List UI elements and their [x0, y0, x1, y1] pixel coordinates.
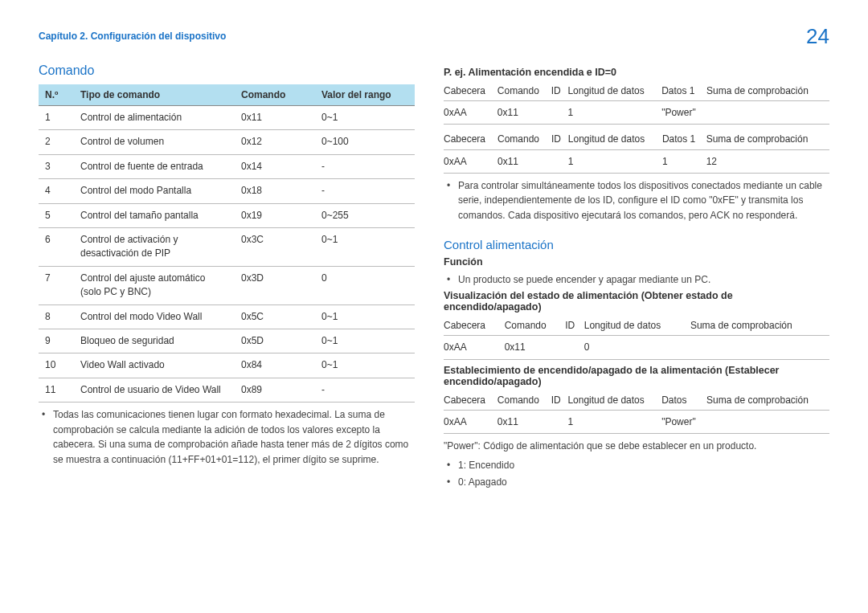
cell-n: 4 — [39, 179, 74, 203]
chapter-label: Capítulo 2. Configuración del dispositiv… — [39, 24, 226, 42]
cell-comando: 0x11 — [497, 410, 551, 433]
cell-id — [551, 410, 568, 433]
example-note: Para controlar simultáneamente todos los… — [447, 178, 829, 223]
cell-tipo: Control de volumen — [74, 130, 235, 154]
power-code-note: "Power": Código de alimentación que se d… — [444, 439, 829, 454]
command-table: N.º Tipo de comando Comando Valor del ra… — [39, 84, 415, 403]
cell-tipo: Control del ajuste automático (solo PC y… — [74, 266, 235, 304]
th-cabecera: Cabecera — [444, 129, 497, 149]
cell-valor: - — [315, 378, 415, 402]
th-datos1: Datos 1 — [661, 81, 706, 101]
page-number: 24 — [806, 24, 829, 49]
cell-n: 6 — [39, 227, 74, 266]
cell-valor: 0~255 — [315, 203, 415, 227]
cell-datos1: 1 — [662, 149, 706, 173]
table-row: 9Bloqueo de seguridad0x5D0~1 — [39, 329, 415, 353]
param-header-row: Cabecera Comando ID Longitud de datos Da… — [444, 129, 829, 149]
function-subtitle: Función — [444, 256, 829, 268]
table-row: 1Control de alimentación0x110~1 — [39, 106, 415, 130]
set-state-table: Cabecera Comando ID Longitud de datos Da… — [444, 390, 829, 434]
content-columns: Comando N.º Tipo de comando Comando Valo… — [39, 63, 829, 492]
cell-n: 11 — [39, 378, 74, 402]
cell-comando: 0x3C — [235, 227, 315, 266]
cell-n: 10 — [39, 353, 74, 378]
power-value-on: 1: Encendido — [447, 458, 829, 473]
cell-comando: 0x11 — [497, 149, 551, 173]
param-row: 0xAA 0x11 1 "Power" — [444, 101, 829, 125]
function-bullet-list: Un producto se puede encender y apagar m… — [444, 272, 829, 288]
cell-valor: - — [315, 179, 415, 203]
cell-valor: - — [315, 154, 415, 178]
param-header-row: Cabecera Comando ID Longitud de datos Da… — [444, 81, 829, 101]
example-note-list: Para controlar simultáneamente todos los… — [444, 178, 829, 223]
cell-comando: 0x5D — [235, 329, 315, 353]
table-row: 8Control del modo Video Wall0x5C0~1 — [39, 304, 415, 329]
cell-valor: 0~1 — [315, 304, 415, 329]
th-comando: Comando — [505, 316, 566, 336]
view-state-title: Visualización del estado de alimentación… — [444, 290, 829, 313]
table-row: 6Control de activación y desactivación d… — [39, 227, 415, 266]
cell-longitud: 0 — [584, 336, 690, 359]
th-valor: Valor del rango — [315, 84, 415, 106]
th-longitud: Longitud de datos — [567, 81, 661, 101]
th-comando: Comando — [497, 81, 551, 101]
cell-comando: 0x11 — [235, 106, 315, 130]
left-note: Todas las comunicaciones tienen lugar co… — [42, 407, 415, 467]
th-cabecera: Cabecera — [444, 390, 497, 411]
table-row: 3Control de fuente de entrada0x14- — [39, 154, 415, 178]
cell-n: 2 — [39, 130, 74, 154]
cell-n: 1 — [39, 106, 74, 130]
cell-comando: 0x18 — [235, 179, 315, 203]
th-id: ID — [565, 316, 583, 336]
cell-valor: 0~1 — [315, 353, 415, 378]
table-row: 5Control del tamaño pantalla0x190~255 — [39, 203, 415, 227]
th-cabecera: Cabecera — [444, 81, 497, 101]
page-header: Capítulo 2. Configuración del dispositiv… — [39, 24, 829, 49]
th-n: N.º — [39, 84, 74, 106]
cell-tipo: Control de activación y desactivación de… — [74, 227, 235, 266]
th-comando: Comando — [235, 84, 315, 106]
view-state-table: Cabecera Comando ID Longitud de datos Su… — [444, 316, 829, 359]
th-datos: Datos — [661, 390, 706, 411]
cell-n: 9 — [39, 329, 74, 353]
th-longitud: Longitud de datos — [584, 316, 690, 336]
th-cabecera: Cabecera — [444, 316, 505, 336]
cell-comando: 0x19 — [235, 203, 315, 227]
table-row: 2Control de volumen0x120~100 — [39, 130, 415, 154]
cell-tipo: Control del modo Pantalla — [74, 179, 235, 203]
right-column: P. ej. Alimentación encendida e ID=0 Cab… — [444, 63, 829, 492]
section-title-comando: Comando — [39, 63, 415, 78]
table-row: 7Control del ajuste automático (solo PC … — [39, 266, 415, 304]
cell-longitud: 1 — [567, 101, 661, 125]
table-row: 11Control de usuario de Video Wall0x89- — [39, 378, 415, 402]
cell-valor: 0~100 — [315, 130, 415, 154]
cell-id — [565, 336, 583, 359]
power-values-list: 1: Encendido 0: Apagado — [444, 458, 829, 489]
cell-suma: 12 — [706, 149, 829, 173]
cell-longitud: 1 — [567, 410, 661, 433]
cell-tipo: Control del modo Video Wall — [74, 304, 235, 329]
cell-comando: 0x84 — [235, 353, 315, 378]
cell-n: 5 — [39, 203, 74, 227]
cell-comando: 0x3D — [235, 266, 315, 304]
cell-comando: 0x11 — [497, 101, 551, 125]
cell-valor: 0~1 — [315, 106, 415, 130]
th-longitud: Longitud de datos — [568, 129, 662, 149]
cell-comando: 0x11 — [505, 336, 566, 359]
th-suma: Suma de comprobación — [690, 316, 829, 336]
table-row: 4Control del modo Pantalla0x18- — [39, 179, 415, 203]
left-note-list: Todas las comunicaciones tienen lugar co… — [39, 407, 415, 467]
set-state-title: Establecimiento de encendido/apagado de … — [444, 365, 829, 387]
th-suma: Suma de comprobación — [706, 390, 829, 411]
example-table-2: Cabecera Comando ID Longitud de datos Da… — [444, 129, 829, 173]
param-row: 0xAA 0x11 1 1 12 — [444, 149, 829, 173]
function-bullet: Un producto se puede encender y apagar m… — [447, 272, 829, 288]
cell-longitud: 1 — [568, 149, 662, 173]
cell-suma — [706, 410, 829, 433]
param-row: 0xAA 0x11 1 "Power" — [444, 410, 829, 433]
cell-tipo: Video Wall activado — [74, 353, 235, 378]
cell-datos: "Power" — [661, 410, 706, 433]
cell-tipo: Control de fuente de entrada — [74, 154, 235, 178]
cell-cabecera: 0xAA — [444, 101, 497, 125]
left-column: Comando N.º Tipo de comando Comando Valo… — [39, 63, 415, 492]
